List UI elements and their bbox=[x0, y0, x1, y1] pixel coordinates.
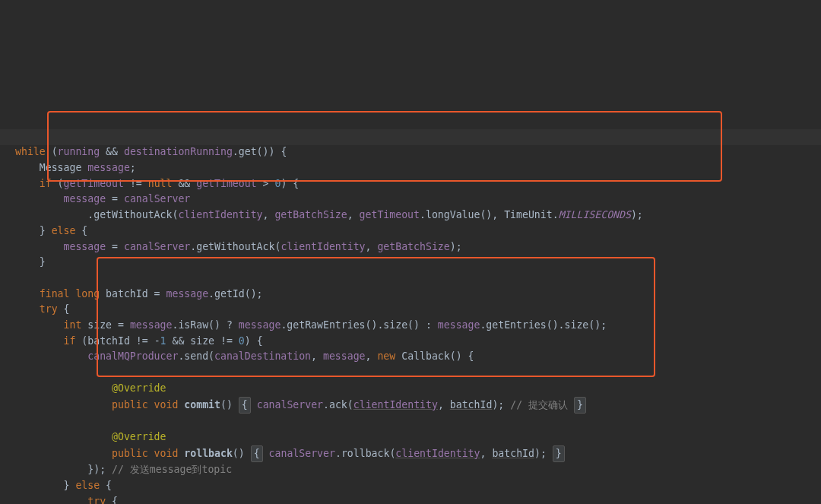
code-editor[interactable]: while (running && destinationRunning.get… bbox=[0, 63, 821, 504]
code-content: while (running && destinationRunning.get… bbox=[15, 129, 821, 504]
